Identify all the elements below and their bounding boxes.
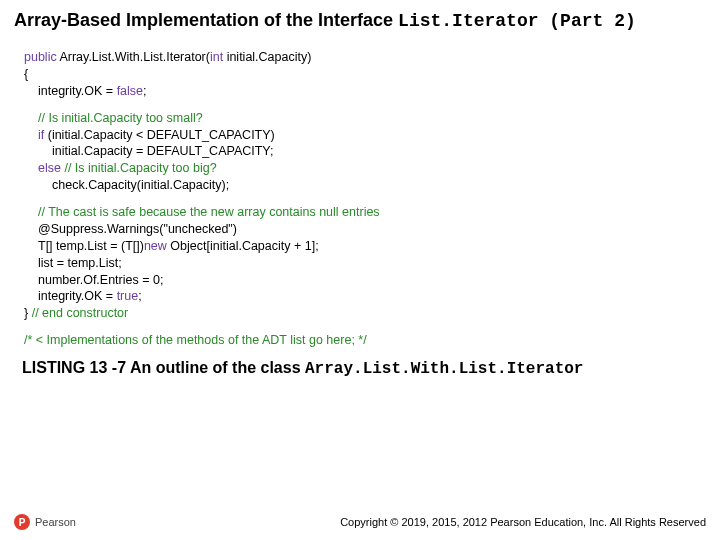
keyword-public: public (24, 50, 57, 64)
pearson-logo: P Pearson (14, 514, 76, 530)
title-code: List.Iterator (Part 2) (398, 11, 636, 31)
code-line: else // Is initial.Capacity too big? (24, 160, 720, 177)
title-text: Array-Based Implementation of the Interf… (14, 10, 398, 30)
code-line: { (24, 66, 720, 83)
code-line: if (initial.Capacity < DEFAULT_CAPACITY) (24, 127, 720, 144)
listing-classname: Array.List.With.List.Iterator (305, 360, 583, 378)
code-comment: // end constructor (32, 306, 129, 320)
keyword-new: new (144, 239, 167, 253)
copyright: Copyright © 2019, 2015, 2012 Pearson Edu… (340, 516, 706, 528)
listing-text: LISTING 13 -7 An outline of the class (22, 359, 305, 376)
code-line: list = temp.List; (24, 255, 720, 272)
code-line: check.Capacity(initial.Capacity); (24, 177, 720, 194)
keyword-else: else (38, 161, 61, 175)
code-line: T[] temp.List = (T[])new Object[initial.… (24, 238, 720, 255)
code-block: public Array.List.With.List.Iterator(int… (0, 37, 720, 349)
code-line: number.Of.Entries = 0; (24, 272, 720, 289)
code-line: integrity.OK = true; (24, 288, 720, 305)
listing-caption: LISTING 13 -7 An outline of the class Ar… (0, 349, 720, 378)
footer: P Pearson Copyright © 2019, 2015, 2012 P… (0, 514, 720, 530)
keyword-int: int (210, 50, 223, 64)
code-line: } // end constructor (24, 305, 720, 322)
code-comment: /* < Implementations of the methods of t… (24, 332, 720, 349)
code-line: initial.Capacity = DEFAULT_CAPACITY; (24, 143, 720, 160)
slide-title: Array-Based Implementation of the Interf… (0, 0, 720, 37)
code-comment: // Is initial.Capacity too small? (24, 110, 720, 127)
code-line: @Suppress.Warnings("unchecked") (24, 221, 720, 238)
code-line: public Array.List.With.List.Iterator(int… (24, 49, 720, 66)
keyword-true: true (117, 289, 139, 303)
code-comment: // Is initial.Capacity too big? (64, 161, 216, 175)
keyword-false: false (117, 84, 143, 98)
code-comment: // The cast is safe because the new arra… (24, 204, 720, 221)
code-line: integrity.OK = false; (24, 83, 720, 100)
brand-text: Pearson (35, 516, 76, 528)
p-icon: P (14, 514, 30, 530)
